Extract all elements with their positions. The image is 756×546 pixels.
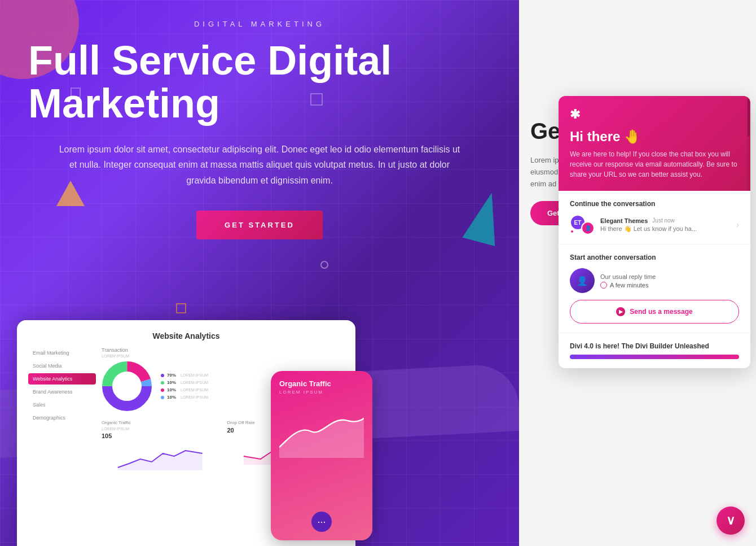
organic-traffic-value: 105: [102, 433, 219, 439]
chat-tagline: We are here to help! If you close the ch…: [570, 149, 739, 180]
nav-demographics[interactable]: Demographics: [28, 412, 96, 423]
continue-conversation-section: Continue the conversation ET 👤 Elegant T…: [559, 191, 750, 244]
agent-row: 👤 Our usual reply time A few minutes: [570, 268, 739, 293]
hero-content: Full Service Digital Marketing Lorem ips…: [0, 40, 519, 239]
reply-time: A few minutes: [600, 282, 739, 289]
continue-conversation-title: Continue the conversation: [570, 200, 739, 208]
mobile-card-subtitle: LOREM IPSUM: [279, 390, 364, 395]
mobile-card: Organic Traffic LOREM IPSUM ···: [271, 371, 372, 540]
send-icon: ▶: [616, 307, 625, 316]
deco-small-rect: [176, 303, 186, 313]
conversation-avatars: ET 👤: [570, 215, 595, 235]
organic-traffic-title: Organic Traffic: [102, 420, 219, 425]
reply-time-value: A few minutes: [610, 282, 648, 289]
donut-legend: 70%LOREM IPSUM 10%LOREM IPSUM 10%LOREM I…: [161, 373, 208, 400]
hero-description: Lorem ipsum dolor sit amet, consectetur …: [56, 142, 463, 188]
deco-dot: [320, 261, 328, 269]
organic-traffic-chart: Organic Traffic LOREM IPSUM 105: [102, 420, 219, 473]
mobile-card-title: Organic Traffic: [279, 379, 364, 388]
online-indicator: [570, 229, 574, 234]
nav-social-media[interactable]: Social Media: [28, 360, 96, 372]
chat-greeting: Hi there 🤚: [570, 129, 739, 145]
clock-icon: [600, 282, 607, 289]
hero-title: Full Service Digital Marketing: [23, 40, 496, 125]
start-conversation-section: Start another conversation 👤 Our usual r…: [559, 244, 750, 333]
reply-info: Our usual reply time A few minutes: [600, 273, 739, 289]
conversation-name: Elegant Themes: [600, 217, 648, 224]
svg-point-4: [113, 372, 141, 400]
chat-logo: ✱: [570, 107, 739, 122]
chat-widget: ✱ Hi there 🤚 We are here to help! If you…: [559, 96, 750, 368]
send-label: Send us a message: [630, 308, 692, 316]
conversation-item[interactable]: ET 👤 Elegant Themes Just now Hi there 👋 …: [570, 215, 739, 235]
nav-sales[interactable]: Sales: [28, 399, 96, 410]
divi-progress-bar: [570, 355, 739, 359]
header: DIGITAL MARKETING: [0, 0, 519, 28]
divi-section: Divi 4.0 is here! The Divi Builder Unlea…: [559, 333, 750, 368]
header-subtitle: DIGITAL MARKETING: [194, 20, 325, 28]
conversation-preview: Hi there 👋 Let us know if you ha...: [600, 225, 731, 233]
scrollbar-thumb[interactable]: [748, 99, 750, 137]
donut-chart: [102, 361, 152, 412]
chat-body: Continue the conversation ET 👤 Elegant T…: [559, 191, 750, 368]
send-message-button[interactable]: ▶ Send us a message: [570, 300, 739, 324]
conversation-time: Just now: [652, 217, 674, 224]
divi-title: Divi 4.0 is here! The Divi Builder Unlea…: [570, 342, 739, 350]
scrollbar-track: [747, 96, 750, 191]
conversation-info: Elegant Themes Just now Hi there 👋 Let u…: [600, 217, 731, 233]
svg-marker-5: [118, 451, 203, 470]
mobile-fab[interactable]: ···: [311, 512, 332, 532]
get-started-button[interactable]: GET STARTED: [196, 211, 323, 239]
chevron-down-icon: ∨: [726, 513, 735, 528]
nav-email-marketing[interactable]: Email Marketing: [28, 347, 96, 359]
reply-label: Our usual reply time: [600, 273, 739, 280]
transaction-title: TransactionLOREM IPSUM: [102, 347, 344, 359]
nav-website-analytics[interactable]: Website Analytics: [28, 373, 96, 385]
chat-header: ✱ Hi there 🤚 We are here to help! If you…: [559, 96, 750, 191]
dashboard-title: Website Analytics: [28, 331, 344, 340]
avatar-secondary: 👤: [581, 221, 595, 235]
dashboard-nav: Email Marketing Social Media Website Ana…: [28, 347, 96, 473]
chevron-right-icon: ›: [736, 220, 739, 229]
nav-brand-awareness[interactable]: Brand Awareness: [28, 386, 96, 398]
agent-avatar: 👤: [570, 268, 595, 293]
start-conversation-title: Start another conversation: [570, 254, 739, 261]
chat-minimize-button[interactable]: ∨: [717, 506, 745, 535]
